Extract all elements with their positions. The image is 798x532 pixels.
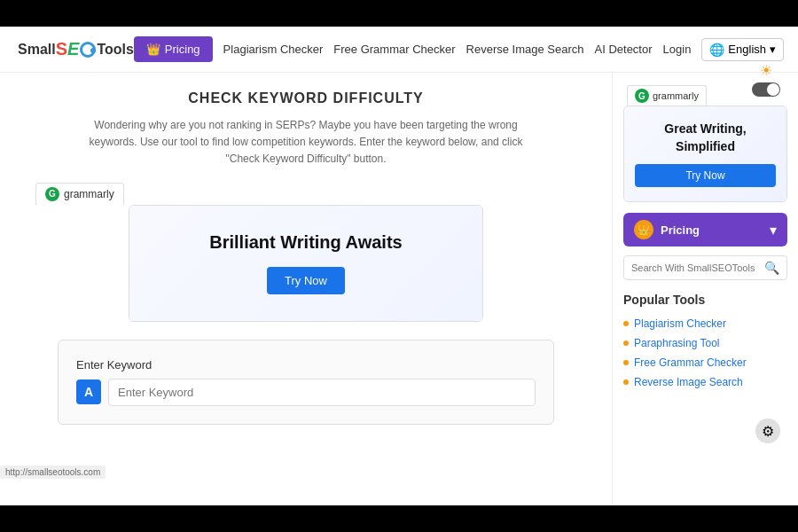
pricing-dropdown[interactable]: 👑 Pricing ▾ xyxy=(623,213,787,246)
tool-dot-paraphrasing xyxy=(623,340,629,346)
sidebar-grammarly-ad: G grammarly Great Writing, Simplified Tr… xyxy=(623,82,787,202)
search-icon: 🔍 xyxy=(764,261,779,275)
content-area: CHECK KEYWORD DIFFICULTY Wondering why a… xyxy=(0,73,798,505)
crown-icon: 👑 xyxy=(146,43,160,56)
keyword-section: Enter Keyword A xyxy=(58,340,554,425)
logo-o-icon xyxy=(80,42,96,58)
sidebar-ad-headline: Great Writing, Simplified xyxy=(635,121,776,155)
logo-seo: S E xyxy=(56,39,98,59)
logo-e-letter: E xyxy=(67,39,79,59)
globe-icon: 🌐 xyxy=(709,43,724,57)
language-selector[interactable]: 🌐 English ▾ xyxy=(701,38,784,61)
pricing-label: Pricing xyxy=(165,43,200,56)
header: Small S E Tools 👑 Pricing Plagiarism Che… xyxy=(0,27,798,73)
settings-icon-wrap[interactable]: ⚙ xyxy=(755,419,780,443)
keyword-a-badge: A xyxy=(76,379,101,404)
dark-mode-toggle[interactable] xyxy=(752,82,780,97)
nav-ai-detector[interactable]: AI Detector xyxy=(595,43,653,56)
sidebar-grammarly-tab: G grammarly xyxy=(627,85,707,106)
popular-tools-title: Popular Tools xyxy=(623,293,787,307)
logo-tools: Tools xyxy=(97,42,133,58)
nav-plagiarism-checker[interactable]: Plagiarism Checker xyxy=(223,43,324,56)
sidebar-grammarly-label: grammarly xyxy=(653,90,699,101)
tool-dot-plagiarism xyxy=(623,321,629,326)
sidebar-ad-body: Great Writing, Simplified Try Now xyxy=(624,106,786,201)
sun-icon: ☀ xyxy=(760,62,772,79)
grammarly-tab-main: G grammarly xyxy=(35,183,124,205)
keyword-input-wrap: A xyxy=(76,379,536,406)
keyword-label: Enter Keyword xyxy=(76,358,536,372)
sidebar-search: 🔍 xyxy=(623,255,787,280)
logo-s-letter: S xyxy=(56,39,67,59)
tool-item-grammar[interactable]: Free Grammar Checker xyxy=(623,353,787,372)
tool-dot-reverse-image xyxy=(623,379,629,385)
dark-mode-area: ☀ xyxy=(752,62,780,97)
ad-card-content: Brilliant Writing Awaits Try Now xyxy=(129,206,482,321)
pricing-left: 👑 Pricing xyxy=(634,220,700,239)
page-description: Wondering why are you not ranking in SER… xyxy=(84,117,528,168)
tool-item-paraphrasing[interactable]: Paraphrasing Tool xyxy=(623,333,787,353)
logo-small: Small xyxy=(18,42,56,58)
grammarly-tab-label: grammarly xyxy=(64,188,114,200)
nav-grammar-checker[interactable]: Free Grammar Checker xyxy=(333,43,455,56)
login-button[interactable]: Login xyxy=(663,43,692,56)
nav-reverse-image[interactable]: Reverse Image Search xyxy=(466,43,584,56)
grammarly-ad-main: G grammarly Brilliant Writing Awaits Try… xyxy=(27,183,585,322)
page-title: CHECK KEYWORD DIFFICULTY xyxy=(27,90,585,106)
nav: 👑 Pricing Plagiarism Checker Free Gramma… xyxy=(134,36,784,62)
try-now-button-main[interactable]: Try Now xyxy=(267,267,345,294)
pricing-button[interactable]: 👑 Pricing xyxy=(134,36,213,62)
settings-icon: ⚙ xyxy=(762,423,774,440)
toggle-knob xyxy=(767,83,779,96)
ad-card-main-body: Brilliant Writing Awaits Try Now xyxy=(129,205,483,322)
main-area: CHECK KEYWORD DIFFICULTY Wondering why a… xyxy=(0,73,612,505)
try-now-button-sidebar[interactable]: Try Now xyxy=(635,164,776,187)
crown-badge-sidebar: 👑 xyxy=(634,220,653,239)
tool-list: Plagiarism Checker Paraphrasing Tool Fre… xyxy=(623,314,787,392)
tool-item-reverse-image[interactable]: Reverse Image Search xyxy=(623,372,787,392)
footer-url: http://smallseotools.com xyxy=(0,466,106,479)
ad-headline-main: Brilliant Writing Awaits xyxy=(147,232,465,253)
tool-dot-grammar xyxy=(623,360,629,365)
lang-label: English xyxy=(728,43,766,56)
pricing-dropdown-label: Pricing xyxy=(661,223,700,237)
sidebar-ad-card: Great Writing, Simplified Try Now xyxy=(623,106,787,202)
sidebar-search-input[interactable] xyxy=(631,262,760,273)
chevron-down-icon: ▾ xyxy=(770,43,776,56)
tool-label-grammar: Free Grammar Checker xyxy=(634,356,747,369)
grammarly-g-icon: G xyxy=(45,187,59,201)
tool-label-reverse-image: Reverse Image Search xyxy=(634,376,743,388)
tool-label-paraphrasing: Paraphrasing Tool xyxy=(634,337,720,349)
tool-label-plagiarism: Plagiarism Checker xyxy=(634,317,726,330)
tool-item-plagiarism[interactable]: Plagiarism Checker xyxy=(623,314,787,333)
logo: Small S E Tools xyxy=(18,39,134,59)
chevron-down-icon-pricing: ▾ xyxy=(770,222,777,239)
keyword-input[interactable] xyxy=(108,379,536,406)
sidebar-grammarly-icon: G xyxy=(635,89,649,103)
